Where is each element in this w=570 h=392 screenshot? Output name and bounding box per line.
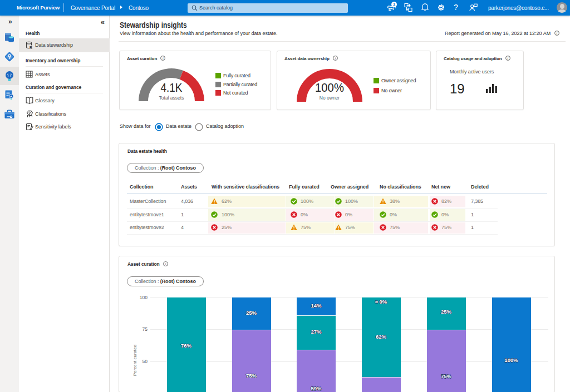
svg-text:R: R [30, 46, 32, 49]
